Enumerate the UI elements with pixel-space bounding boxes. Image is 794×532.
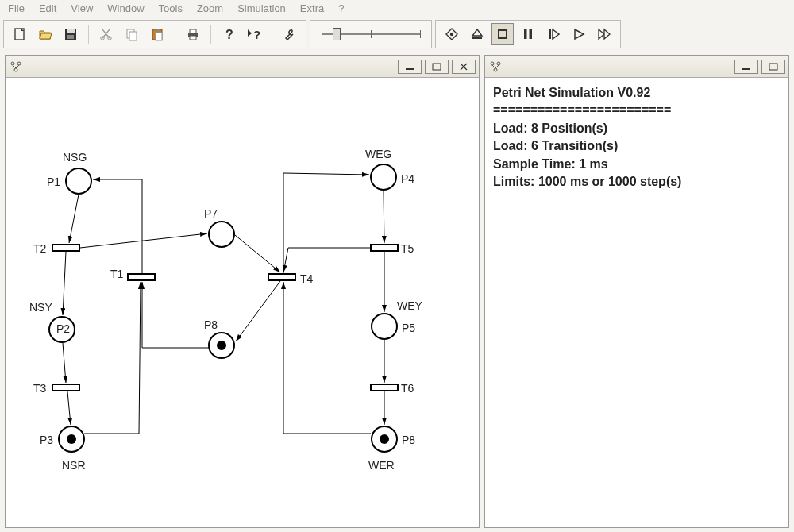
eject-button[interactable] <box>466 23 488 45</box>
svg-rect-2 <box>67 29 75 33</box>
menu-zoom[interactable]: Zoom <box>197 2 223 14</box>
svg-rect-9 <box>155 29 160 31</box>
sim-line-transitions: Load: 6 Transition(s) <box>493 137 781 155</box>
help-button[interactable]: ? <box>218 23 240 45</box>
min-icon <box>742 63 751 71</box>
label-nsr: NSR <box>62 459 86 472</box>
svg-point-23 <box>17 62 21 65</box>
svg-text:?: ? <box>225 28 233 41</box>
toolbar-group-sim <box>435 20 621 48</box>
svg-text:?: ? <box>253 28 260 41</box>
toolbar-sep <box>272 25 272 44</box>
transition-t5[interactable] <box>370 244 399 252</box>
simulation-panel: Petri Net Simulation V0.92 =============… <box>484 55 789 528</box>
cut-button[interactable] <box>95 23 118 45</box>
stop-button[interactable] <box>491 23 514 45</box>
transition-t6[interactable] <box>370 384 399 391</box>
place-p6[interactable] <box>371 426 398 453</box>
net-icon <box>9 60 23 74</box>
menu-edit[interactable]: Edit <box>39 2 56 14</box>
open-button[interactable] <box>34 23 56 45</box>
fast-forward-button[interactable] <box>593 23 615 45</box>
label-t2: T2 <box>33 242 46 255</box>
transition-t4[interactable] <box>268 273 296 281</box>
stop-icon <box>495 27 510 41</box>
canvas-panel-titlebar <box>6 56 479 78</box>
label-nsy: NSY <box>29 301 52 314</box>
panel-min-button[interactable] <box>734 60 758 74</box>
transition-t3[interactable] <box>52 384 80 391</box>
save-button[interactable] <box>60 23 82 45</box>
min-icon <box>405 63 414 71</box>
label-p1: P1 <box>47 175 60 188</box>
toolbar-group-slider <box>310 20 432 48</box>
menu-simulation[interactable]: Simulation <box>237 2 286 14</box>
pause-icon <box>521 27 535 41</box>
place-p5[interactable] <box>371 313 398 340</box>
simulation-log: Petri Net Simulation V0.92 =============… <box>485 78 788 527</box>
svg-point-29 <box>494 68 497 71</box>
place-p3[interactable] <box>58 426 85 453</box>
svg-point-28 <box>497 62 500 65</box>
label-wer: WER <box>368 459 395 472</box>
canvas-panel: P1 NSG P2 NSY P3 NSR P4 WEG P5 WEY P8 WE… <box>5 55 480 528</box>
place-p1[interactable] <box>65 168 92 195</box>
step-button[interactable] <box>542 23 565 45</box>
svg-rect-7 <box>129 32 137 40</box>
transition-t1[interactable] <box>127 273 156 281</box>
svg-rect-21 <box>549 29 551 39</box>
svg-rect-30 <box>742 68 750 70</box>
menu-file[interactable]: File <box>8 2 25 14</box>
svg-point-16 <box>450 33 453 36</box>
print-button[interactable] <box>182 23 204 45</box>
eject-icon <box>470 27 484 41</box>
svg-rect-12 <box>190 29 196 33</box>
label-weg: WEG <box>365 148 391 160</box>
toolbar-sep <box>210 25 211 44</box>
center-button[interactable] <box>441 23 463 45</box>
menubar: File Edit View Window Tools Zoom Simulat… <box>0 0 794 18</box>
save-floppy-icon <box>64 27 78 41</box>
settings-button[interactable] <box>279 23 301 45</box>
speed-slider[interactable] <box>315 33 426 35</box>
toolbar: ? ? <box>0 18 794 50</box>
play-icon <box>572 27 586 41</box>
menu-view[interactable]: View <box>71 2 93 14</box>
petri-canvas[interactable]: P1 NSG P2 NSY P3 NSR P4 WEG P5 WEY P8 WE… <box>6 78 479 527</box>
label-p6: P8 <box>402 434 415 446</box>
menu-extra[interactable]: Extra <box>300 2 324 14</box>
step-icon <box>546 27 561 41</box>
svg-rect-13 <box>190 36 196 40</box>
label-p2: P2 <box>56 322 70 335</box>
place-p8[interactable] <box>208 332 235 359</box>
new-file-icon <box>13 27 27 41</box>
slider-handle[interactable] <box>333 28 341 40</box>
panel-max-button[interactable] <box>761 60 785 74</box>
paste-button[interactable] <box>146 23 168 45</box>
menu-tools[interactable]: Tools <box>159 2 183 14</box>
panel-min-button[interactable] <box>398 60 422 74</box>
panel-max-button[interactable] <box>425 60 449 74</box>
label-p4: P4 <box>401 172 414 185</box>
help-icon: ? <box>222 27 236 41</box>
place-p7[interactable] <box>208 221 235 248</box>
copy-button[interactable] <box>121 23 143 45</box>
svg-rect-17 <box>472 37 482 39</box>
simulation-panel-titlebar <box>485 56 788 78</box>
wrench-icon <box>283 27 297 41</box>
play-button[interactable] <box>568 23 590 45</box>
sim-sep: ======================== <box>493 102 781 119</box>
new-button[interactable] <box>9 23 31 45</box>
panel-close-button[interactable] <box>452 60 476 74</box>
context-help-button[interactable]: ? <box>243 23 265 45</box>
svg-rect-26 <box>433 64 441 70</box>
target-icon <box>445 27 459 41</box>
canvas-area[interactable]: P1 NSG P2 NSY P3 NSR P4 WEG P5 WEY P8 WE… <box>6 78 479 527</box>
transition-t2[interactable] <box>52 244 80 252</box>
cut-icon <box>99 27 114 41</box>
place-p4[interactable] <box>370 164 397 191</box>
menu-help[interactable]: ? <box>338 2 344 14</box>
pause-button[interactable] <box>517 23 539 45</box>
label-t3: T3 <box>33 382 46 395</box>
menu-window[interactable]: Window <box>107 2 144 14</box>
